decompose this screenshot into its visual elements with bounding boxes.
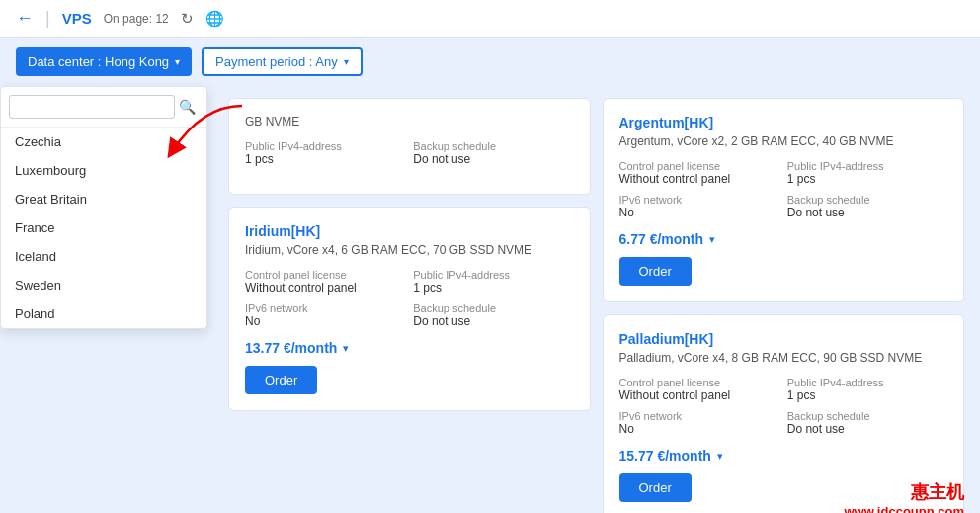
list-item[interactable]: Sweden: [1, 271, 206, 299]
page-info: On page: 12: [104, 12, 169, 26]
price: 13.77 €/month: [245, 340, 337, 356]
payment-dropdown-button[interactable]: Payment period : Any ▾: [202, 47, 363, 76]
price-row: 15.77 €/month ▾: [619, 448, 948, 464]
order-button[interactable]: Order: [619, 473, 692, 502]
detail-value: Do not use: [413, 152, 573, 166]
watermark-line1: 惠主机: [844, 480, 964, 504]
watermark: 惠主机 www.idccoupn.com: [844, 480, 964, 513]
vps-details: Control panel license Without control pa…: [245, 269, 574, 328]
list-item[interactable]: France: [1, 214, 206, 242]
detail-label: Backup schedule: [413, 302, 573, 314]
payment-label: Payment period : Any: [215, 54, 338, 69]
list-item[interactable]: Luxembourg: [1, 156, 206, 185]
detail-item: IPv6 network No: [619, 410, 779, 436]
detail-label: Control panel license: [619, 160, 779, 172]
search-input[interactable]: [9, 95, 175, 119]
datacenter-dropdown-button[interactable]: Data center : Hong Kong ▾: [16, 47, 192, 76]
list-item[interactable]: Poland: [1, 299, 206, 328]
detail-value: Without control panel: [619, 172, 779, 186]
detail-item: Backup schedule Do not use: [787, 194, 947, 219]
card-title: Iridium[HK]: [245, 223, 574, 239]
detail-item: Public IPv4-address 1 pcs: [787, 160, 947, 186]
vps-card-argentum: Argentum[HK] Argentum, vCore x2, 2 GB RA…: [603, 98, 965, 302]
price: 15.77 €/month: [619, 448, 711, 464]
detail-item: Public IPv4-address 1 pcs: [245, 140, 405, 166]
price-row: 6.77 €/month ▾: [619, 231, 948, 247]
detail-label: Control panel license: [619, 377, 779, 388]
detail-item: Backup schedule Do not use: [787, 410, 947, 436]
detail-value: Do not use: [413, 314, 573, 328]
chevron-down-icon: ▾: [344, 56, 349, 67]
refresh-icon[interactable]: ↻: [181, 10, 194, 28]
vps-details: Public IPv4-address 1 pcs Backup schedul…: [245, 140, 574, 166]
detail-label: Backup schedule: [787, 410, 947, 422]
detail-label: IPv6 network: [619, 410, 779, 422]
card-subtitle: Iridium, vCore x4, 6 GB RAM ECC, 70 GB S…: [245, 243, 574, 257]
detail-item: Control panel license Without control pa…: [619, 377, 779, 402]
detail-item: Backup schedule Do not use: [413, 302, 573, 328]
datacenter-dropdown[interactable]: 🔍 Czechia Luxembourg Great Britain Franc…: [0, 86, 207, 329]
chevron-down-icon: ▾: [709, 233, 715, 246]
toolbar: Data center : Hong Kong ▾ Payment period…: [0, 38, 980, 86]
list-item[interactable]: Czechia: [1, 128, 206, 156]
detail-label: IPv6 network: [245, 302, 405, 314]
detail-value: No: [245, 314, 405, 328]
detail-label: IPv6 network: [619, 194, 779, 206]
card-subtitle: Palladium, vCore x4, 8 GB RAM ECC, 90 GB…: [619, 351, 948, 365]
detail-label: Backup schedule: [413, 140, 573, 152]
list-item[interactable]: Great Britain: [1, 185, 206, 214]
price-row: 13.77 €/month ▾: [245, 340, 574, 356]
divider: |: [45, 8, 50, 29]
detail-item: Control panel license Without control pa…: [619, 160, 779, 186]
detail-label: Public IPv4-address: [787, 160, 947, 172]
vps-details: Control panel license Without control pa…: [619, 160, 948, 219]
detail-item: Public IPv4-address 1 pcs: [413, 269, 573, 295]
list-item[interactable]: Iceland: [1, 242, 206, 271]
detail-value: 1 pcs: [787, 172, 947, 186]
detail-label: Public IPv4-address: [413, 269, 573, 281]
detail-label: Public IPv4-address: [787, 377, 947, 388]
detail-value: 1 pcs: [245, 152, 405, 166]
datacenter-label: Data center : Hong Kong: [28, 54, 169, 69]
detail-item: IPv6 network No: [619, 194, 779, 219]
top-bar: ← | VPS On page: 12 ↻ 🌐: [0, 0, 980, 38]
chevron-down-icon: ▾: [343, 342, 349, 355]
search-button[interactable]: 🔍: [175, 97, 200, 117]
globe-icon[interactable]: 🌐: [205, 10, 224, 28]
detail-value: No: [619, 206, 779, 219]
card-subtitle: Argentum, vCore x2, 2 GB RAM ECC, 40 GB …: [619, 134, 948, 148]
vps-details: Control panel license Without control pa…: [619, 377, 948, 436]
right-column: Argentum[HK] Argentum, vCore x2, 2 GB RA…: [603, 98, 965, 513]
detail-item: Public IPv4-address 1 pcs: [787, 377, 947, 402]
detail-value: 1 pcs: [413, 281, 573, 295]
card-subtitle: GB NVME: [245, 115, 574, 128]
page-title: VPS: [62, 10, 92, 27]
vps-card-palladium: Palladium[HK] Palladium, vCore x4, 8 GB …: [603, 314, 965, 513]
dropdown-list: Czechia Luxembourg Great Britain France …: [1, 128, 206, 328]
vps-card-topleft: GB NVME Public IPv4-address 1 pcs Backup…: [228, 98, 591, 195]
card-title: Argentum[HK]: [619, 115, 948, 130]
detail-value: Without control panel: [245, 281, 405, 295]
detail-value: Without control panel: [619, 388, 779, 402]
card-title: Palladium[HK]: [619, 331, 948, 347]
chevron-down-icon: ▾: [717, 450, 723, 463]
detail-label: Backup schedule: [787, 194, 947, 206]
chevron-down-icon: ▾: [175, 56, 180, 67]
back-icon[interactable]: ←: [16, 8, 34, 29]
order-button[interactable]: Order: [619, 257, 692, 286]
watermark-line2: www.idccoupn.com: [844, 504, 964, 513]
detail-value: Do not use: [787, 422, 947, 436]
detail-item: Backup schedule Do not use: [413, 140, 573, 166]
detail-label: Control panel license: [245, 269, 405, 281]
price: 6.77 €/month: [619, 231, 704, 247]
detail-label: Public IPv4-address: [245, 140, 405, 152]
detail-item: Control panel license Without control pa…: [245, 269, 405, 295]
dropdown-search-row: 🔍: [1, 87, 206, 128]
detail-value: No: [619, 422, 779, 436]
detail-item: IPv6 network No: [245, 302, 405, 328]
detail-value: Do not use: [787, 206, 947, 219]
order-button[interactable]: Order: [245, 366, 317, 394]
main-content: 🔍 Czechia Luxembourg Great Britain Franc…: [0, 86, 980, 513]
left-column: GB NVME Public IPv4-address 1 pcs Backup…: [228, 98, 591, 513]
detail-value: 1 pcs: [787, 388, 947, 402]
